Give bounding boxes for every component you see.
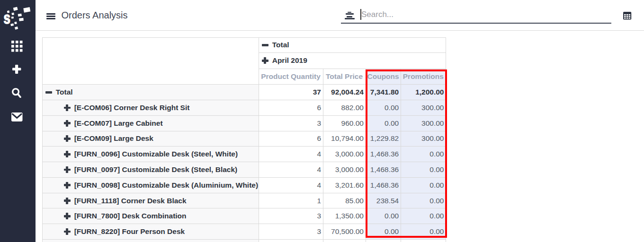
svg-text:s: s (3, 9, 10, 27)
